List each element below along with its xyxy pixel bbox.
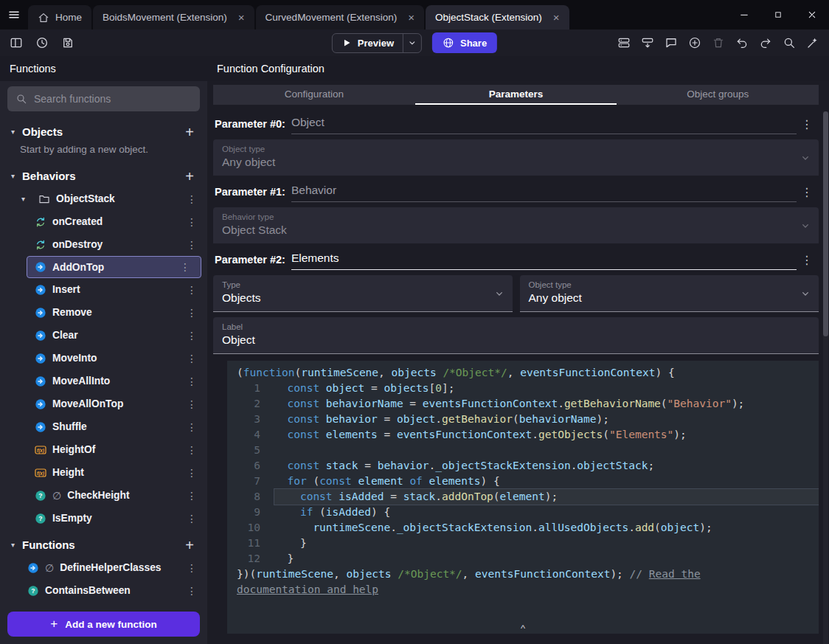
preview-button[interactable]: Preview (332, 33, 422, 53)
layout-panels-icon[interactable] (6, 32, 27, 53)
tab-home[interactable]: Home (28, 5, 91, 30)
redo-icon[interactable] (755, 32, 776, 53)
add-new-function-button[interactable]: + Add a new function (7, 612, 200, 637)
debugger-icon[interactable] (614, 32, 634, 53)
item-menu-icon[interactable]: ⋮ (185, 444, 198, 456)
sidebar-item-checkheight[interactable]: ∅ CheckHeight ⋮ (0, 484, 207, 507)
item-menu-icon[interactable]: ⋮ (185, 421, 198, 433)
add-function-plus-button[interactable]: + (181, 536, 198, 554)
add-object-button[interactable]: + (181, 123, 198, 141)
code-line[interactable]: 2 const behaviorName = eventsFunctionCon… (227, 396, 819, 412)
item-label: DefineHelperClasses (60, 562, 179, 573)
code-line[interactable]: 1 const object = objects[0]; (227, 381, 819, 396)
parameter-name-field[interactable]: Elements (291, 252, 797, 270)
close-button[interactable] (795, 0, 829, 30)
item-menu-icon[interactable]: ⋮ (185, 193, 198, 205)
tab-curvedmovement[interactable]: CurvedMovement (Extension) × (256, 5, 424, 30)
feedback-icon[interactable] (661, 32, 681, 53)
add-behavior-button[interactable]: + (181, 167, 198, 185)
item-menu-icon[interactable]: ⋮ (185, 216, 198, 228)
sidebar-item-moveinto[interactable]: MoveInto ⋮ (0, 347, 207, 370)
sidebar-item-oncreated[interactable]: onCreated ⋮ (0, 210, 207, 233)
search-icon[interactable] (779, 32, 799, 53)
tab-parameters[interactable]: Parameters (415, 85, 617, 105)
parameter-menu-icon[interactable]: ⋮ (797, 253, 817, 270)
scrollbar-thumb[interactable] (823, 111, 828, 336)
item-menu-icon[interactable]: ⋮ (185, 490, 198, 502)
save-icon[interactable] (58, 32, 78, 53)
sidebar-item-containsbetween[interactable]: ContainsBetween ⋮ (0, 579, 207, 602)
object-type-select-2[interactable]: Object type Any object (520, 275, 819, 312)
item-menu-icon[interactable]: ⋮ (185, 562, 198, 574)
code-line[interactable]: 11 } (227, 536, 819, 551)
item-label: Shuffle (52, 421, 179, 432)
main-scrollbar[interactable] (823, 111, 828, 644)
sidebar-item-definehelperclasses[interactable]: ∅ DefineHelperClasses ⋮ (0, 556, 207, 579)
item-menu-icon[interactable]: ⋮ (185, 239, 198, 251)
code-line[interactable]: 3 const behavior = object.getBehavior(be… (227, 412, 819, 427)
search-input[interactable] (34, 93, 192, 105)
maximize-button[interactable] (761, 0, 795, 30)
section-functions[interactable]: ▾ Functions + (0, 533, 207, 556)
sidebar-item-isempty[interactable]: IsEmpty ⋮ (0, 507, 207, 530)
home-icon (38, 12, 49, 24)
field-value: Any object (529, 291, 811, 305)
parameter-menu-icon[interactable]: ⋮ (797, 185, 817, 202)
parameter-name-field[interactable]: Object (291, 116, 797, 134)
parameter-menu-icon[interactable]: ⋮ (797, 117, 817, 134)
sidebar-item-remove[interactable]: Remove ⋮ (0, 301, 207, 324)
item-menu-icon[interactable]: ⋮ (185, 513, 198, 524)
sidebar-item-clear[interactable]: Clear ⋮ (0, 324, 207, 347)
item-label: Clear (52, 330, 179, 341)
folder-objectstack[interactable]: ▾ ObjectStack ⋮ (0, 187, 207, 210)
tab-object-groups[interactable]: Object groups (617, 85, 819, 105)
ai-assistant-icon[interactable] (802, 32, 823, 53)
undo-icon[interactable] (732, 32, 752, 53)
code-line[interactable]: 10 runtimeScene._objectStackExtension.al… (227, 520, 819, 536)
code-line[interactable]: 5 (227, 443, 819, 458)
sidebar-item-addontop[interactable]: AddOnTop ⋮ (27, 256, 201, 278)
section-behaviors[interactable]: ▾ Behaviors + (0, 165, 207, 187)
sidebar-item-height[interactable]: Height ⋮ (0, 461, 207, 484)
close-icon[interactable]: × (408, 12, 414, 23)
tab-configuration[interactable]: Configuration (213, 85, 415, 105)
item-menu-icon[interactable]: ⋮ (178, 261, 192, 273)
item-menu-icon[interactable]: ⋮ (185, 353, 198, 364)
preview-dropdown-icon[interactable] (403, 34, 421, 52)
parameter-name-field[interactable]: Behavior (291, 184, 797, 202)
item-menu-icon[interactable]: ⋮ (185, 375, 198, 387)
code-editor[interactable]: (function(runtimeScene, objects /*Object… (227, 361, 819, 634)
sidebar-item-ondestroy[interactable]: onDestroy ⋮ (0, 233, 207, 256)
item-menu-icon[interactable]: ⋮ (185, 467, 198, 479)
section-objects[interactable]: ▾ Objects + (0, 120, 207, 143)
item-menu-icon[interactable]: ⋮ (185, 284, 198, 296)
item-menu-icon[interactable]: ⋮ (185, 330, 198, 342)
share-button[interactable]: Share (432, 32, 497, 53)
sidebar-item-shuffle[interactable]: Shuffle ⋮ (0, 415, 207, 438)
tab-boidsmovement[interactable]: BoidsMovement (Extension) × (93, 5, 254, 30)
history-icon[interactable] (32, 32, 52, 53)
item-menu-icon[interactable]: ⋮ (185, 307, 198, 319)
type-select[interactable]: Type Objects (213, 275, 513, 312)
scroll-up-icon[interactable]: ^ (521, 623, 525, 633)
menu-icon[interactable] (0, 0, 28, 30)
item-menu-icon[interactable]: ⋮ (185, 585, 198, 597)
code-line[interactable]: 6 const stack = behavior._objectStackExt… (227, 458, 819, 474)
sidebar-item-heightof[interactable]: HeightOf ⋮ (0, 438, 207, 461)
item-menu-icon[interactable]: ⋮ (185, 398, 198, 410)
code-line[interactable]: 12 } (227, 551, 819, 567)
close-icon[interactable]: × (238, 12, 245, 23)
minimize-button[interactable] (727, 0, 761, 30)
code-line[interactable]: 4 const elements = eventsFunctionContext… (227, 427, 819, 443)
network-preview-icon[interactable] (637, 32, 658, 53)
sidebar-item-moveallontop[interactable]: MoveAllOnTop ⋮ (0, 392, 207, 415)
sidebar-item-moveallinto[interactable]: MoveAllInto ⋮ (0, 370, 207, 392)
add-tab-icon[interactable] (684, 32, 705, 53)
code-line[interactable]: 9 if (isAdded) { (227, 505, 819, 520)
sidebar-item-insert[interactable]: Insert ⋮ (0, 278, 207, 301)
label-input[interactable]: Label Object (213, 317, 819, 354)
close-icon[interactable]: × (553, 12, 560, 23)
code-line[interactable]: 7 for (const element of elements) { (227, 474, 819, 489)
code-line[interactable]: 8 const isAdded = stack.addOnTop(element… (227, 489, 819, 505)
tab-objectstack[interactable]: ObjectStack (Extension) × (426, 5, 569, 30)
